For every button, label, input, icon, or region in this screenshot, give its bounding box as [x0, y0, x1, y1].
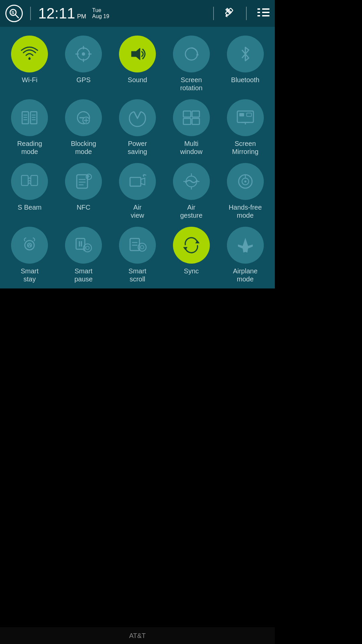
nfc-icon-circle: [65, 163, 102, 200]
quick-toggle-airplane-mode[interactable]: Airplane mode: [219, 225, 272, 285]
svg-rect-13: [257, 15, 260, 16]
divider-1: [30, 7, 31, 20]
svg-rect-46: [21, 175, 28, 185]
quick-toggle-blocking-mode[interactable]: Blocking mode: [57, 97, 110, 158]
air-gesture-icon-circle: [173, 163, 210, 200]
svg-rect-38: [192, 111, 199, 117]
quick-toggle-sync[interactable]: Sync: [165, 225, 218, 285]
svg-marker-78: [195, 240, 199, 243]
svg-rect-11: [257, 8, 260, 10]
quick-toggle-screen-mirroring[interactable]: Screen Mirroring: [219, 97, 272, 158]
svg-rect-47: [31, 175, 38, 185]
sync-icon-circle: [173, 227, 210, 264]
empty-area: [0, 288, 275, 580]
quick-toggle-screen-rotation[interactable]: Screen rotation: [165, 34, 218, 94]
quick-toggle-wifi[interactable]: Wi-Fi: [3, 34, 56, 94]
svg-line-5: [226, 16, 228, 17]
date-full: Aug 19: [92, 13, 109, 19]
quick-toggle-multi-window[interactable]: Multi window: [165, 97, 218, 158]
svg-marker-79: [183, 247, 187, 250]
divider-2: [213, 7, 214, 20]
menu-icon[interactable]: [257, 7, 269, 20]
gps-icon-circle: [65, 36, 102, 72]
quick-toggle-hands-free[interactable]: Hands-free mode: [219, 161, 272, 221]
quick-toggle-smart-pause[interactable]: Smart pause: [57, 225, 110, 285]
power-saving-icon-circle: [119, 99, 156, 136]
clock-time: 12:11: [38, 6, 75, 21]
quick-toggle-air-gesture[interactable]: Air gesture: [165, 161, 218, 221]
svg-line-1: [15, 15, 18, 18]
sound-icon-circle: [119, 36, 156, 72]
sound-label: Sound: [128, 76, 147, 84]
bottom-bar: AT&T: [0, 627, 275, 644]
smart-scroll-label: Smart scroll: [128, 267, 146, 283]
nfc-label: NFC: [77, 203, 90, 211]
quick-toggle-bluetooth[interactable]: Bluetooth: [219, 34, 272, 94]
blocking-mode-icon-circle: [65, 99, 102, 136]
multi-window-label: Multi window: [180, 140, 202, 156]
smart-pause-icon-circle: [65, 227, 102, 264]
date-day: Tue: [92, 7, 109, 13]
smart-stay-icon-circle: [11, 227, 48, 264]
svg-point-49: [86, 174, 92, 179]
smart-pause-label: Smart pause: [74, 267, 93, 283]
quick-toggle-smart-stay[interactable]: Smart stay: [3, 225, 56, 285]
svg-line-54: [143, 174, 144, 177]
status-bar: S 12:11 PM Tue Aug 19: [0, 0, 275, 27]
airplane-mode-label: Airplane mode: [233, 267, 257, 283]
svg-rect-37: [183, 111, 191, 117]
air-view-icon-circle: [119, 163, 156, 200]
sync-label: Sync: [184, 267, 199, 275]
svg-rect-8: [262, 8, 269, 10]
screen-mirroring-label: Screen Mirroring: [232, 140, 258, 156]
divider-3: [246, 7, 247, 20]
quick-toggle-reading-mode[interactable]: Reading mode: [3, 97, 56, 158]
wifi-icon-circle: [11, 36, 48, 72]
s-search-icon[interactable]: S: [5, 5, 23, 22]
quick-toggle-sound[interactable]: Sound: [111, 34, 164, 94]
hands-free-label: Hands-free mode: [229, 203, 262, 219]
quick-toggle-power-saving[interactable]: Power saving: [111, 97, 164, 158]
bluetooth-label: Bluetooth: [231, 76, 259, 84]
svg-point-76: [140, 246, 144, 249]
screen-rotation-label: Screen rotation: [180, 76, 202, 92]
power-saving-label: Power saving: [128, 140, 147, 156]
svg-rect-12: [257, 12, 260, 13]
quick-toggle-smart-scroll[interactable]: Smart scroll: [111, 225, 164, 285]
quick-toggle-air-view[interactable]: Air view: [111, 161, 164, 221]
svg-rect-10: [262, 15, 269, 16]
air-gesture-label: Air gesture: [180, 203, 202, 219]
svg-rect-40: [192, 118, 199, 124]
svg-marker-23: [196, 53, 199, 55]
quick-toggle-grid: Wi-Fi GPS Sound Screen rotation Bluetoot…: [3, 34, 272, 285]
svg-rect-44: [239, 113, 244, 116]
svg-point-62: [244, 180, 246, 182]
smart-stay-label: Smart stay: [21, 267, 39, 283]
edit-icon[interactable]: [225, 7, 235, 20]
hands-free-icon-circle: [227, 163, 264, 200]
smart-scroll-icon-circle: [119, 227, 156, 264]
svg-point-70: [86, 246, 89, 250]
svg-point-64: [25, 240, 34, 250]
quick-panel: Wi-Fi GPS Sound Screen rotation Bluetoot…: [0, 27, 275, 288]
screen-mirroring-icon-circle: [227, 99, 264, 136]
air-view-label: Air view: [131, 203, 144, 219]
svg-rect-39: [183, 118, 191, 124]
svg-point-65: [27, 243, 32, 247]
screen-rotation-icon-circle: [173, 36, 210, 72]
reading-mode-label: Reading mode: [17, 140, 42, 156]
s-beam-icon-circle: [11, 163, 48, 200]
gps-label: GPS: [76, 76, 90, 84]
wifi-label: Wi-Fi: [22, 76, 38, 84]
svg-marker-21: [131, 48, 140, 60]
clock-ampm: PM: [77, 13, 86, 20]
bluetooth-icon-circle: [227, 36, 264, 72]
quick-toggle-gps[interactable]: GPS: [57, 34, 110, 94]
svg-point-14: [28, 58, 31, 60]
svg-rect-53: [130, 177, 141, 186]
quick-toggle-nfc[interactable]: NFC: [57, 161, 110, 221]
airplane-mode-icon-circle: [227, 227, 264, 264]
carrier-label: AT&T: [129, 632, 146, 640]
svg-rect-45: [247, 113, 251, 116]
quick-toggle-s-beam[interactable]: S Beam: [3, 161, 56, 221]
